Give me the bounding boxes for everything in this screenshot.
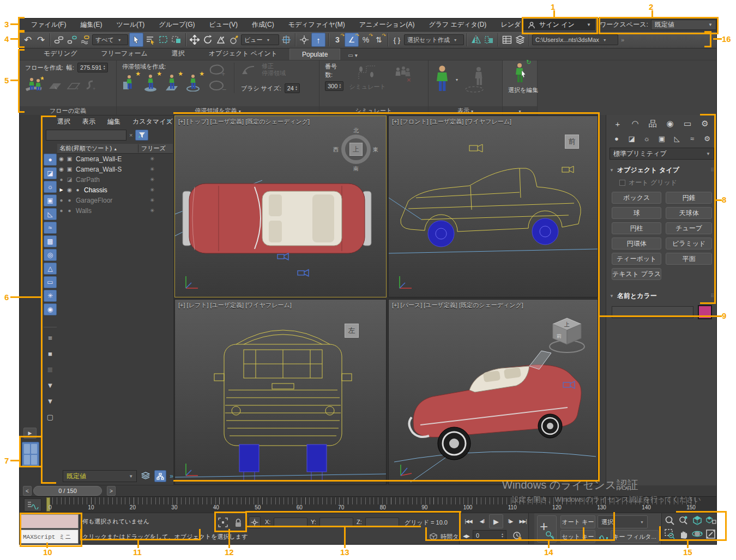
menu-item[interactable]: モディファイヤ(M) xyxy=(281,20,352,29)
menu-item[interactable]: 編集(E) xyxy=(73,20,109,29)
tab-freeform[interactable]: フリーフォーム xyxy=(89,47,159,60)
menu-item[interactable]: グラフ エディタ(D) xyxy=(421,20,493,29)
tab-selection[interactable]: 選択 xyxy=(160,47,197,60)
redo-button[interactable]: ↷ xyxy=(35,33,47,46)
delete-simulation-icon[interactable]: × xyxy=(391,63,413,91)
display-toggle-button[interactable]: ◪ xyxy=(44,167,57,179)
object-type-button[interactable]: 平面 xyxy=(666,253,712,265)
key-filters-button[interactable]: キー フィルタ... xyxy=(611,530,659,543)
align-button[interactable] xyxy=(483,33,495,46)
viewport-perspective[interactable]: [+] [パース] [ユーザ定義] [既定のシェーディング] xyxy=(388,299,598,485)
tab-populate[interactable]: Populate xyxy=(289,48,340,60)
next-frame-button[interactable]: > xyxy=(107,486,116,496)
display-toggle-button[interactable]: ● xyxy=(44,154,57,166)
project-folder-dropdown[interactable]: C:\Users\x...nts\3dsMax▼ xyxy=(532,34,618,45)
menu-item[interactable]: ツール(T) xyxy=(109,20,152,29)
display-toggle-button[interactable]: ◺ xyxy=(44,208,57,220)
display-toggle-button[interactable]: ◎ xyxy=(44,249,57,261)
mini-curve-editor-toggle[interactable] xyxy=(24,498,41,512)
display-flyout-icon[interactable]: ▾ xyxy=(456,77,458,82)
time-slider[interactable]: 0 / 150 xyxy=(33,486,102,496)
viewport-label[interactable]: [+] [パース] [ユーザ定義] [既定のシェーディング] xyxy=(392,301,523,309)
layer-view-icon[interactable] xyxy=(141,472,150,481)
view-compass[interactable]: 上 北 南 西 東 xyxy=(335,128,377,171)
explorer-tool-button[interactable]: ▢ xyxy=(44,411,57,423)
display-toggle-button[interactable]: △ xyxy=(44,263,57,275)
eye-icon[interactable]: ◉ xyxy=(57,156,65,162)
command-panel-tab[interactable]: ▭ xyxy=(679,117,696,130)
flow-stairs-icon[interactable]: + xyxy=(85,80,97,94)
explorer-search-input[interactable] xyxy=(46,130,126,141)
select-and-place-button[interactable] xyxy=(228,33,240,46)
viewcube-front-label[interactable]: 前 xyxy=(557,333,562,339)
select-object-button[interactable] xyxy=(129,33,143,47)
object-type-button[interactable]: ティーポット xyxy=(612,253,661,265)
freeze-icon[interactable]: ✳ xyxy=(138,197,173,203)
command-panel-tab[interactable]: ⚙ xyxy=(697,117,713,130)
create-seated-idle-button[interactable]: ★ xyxy=(122,74,136,93)
display-toggle-button[interactable]: ▭ xyxy=(44,276,57,288)
bind-to-space-warp-icon[interactable] xyxy=(79,33,91,46)
snaps-toggle-3d[interactable]: 3↷ xyxy=(331,33,343,46)
viewport-label[interactable]: [+] [トップ] [ユーザ定義] [既定のシェーディング] xyxy=(178,118,310,126)
explorer-menu-item[interactable]: 選択 xyxy=(52,117,76,126)
create-category-button[interactable]: ☼ xyxy=(640,132,654,144)
viewcube-top-label[interactable]: 上 xyxy=(564,321,570,327)
explorer-overflow-icon[interactable]: » xyxy=(167,117,171,124)
object-type-button[interactable]: 円錐 xyxy=(666,192,712,204)
autogrid-checkbox[interactable] xyxy=(619,180,625,186)
explorer-tool-button[interactable]: ▼ xyxy=(44,395,57,407)
object-type-button[interactable]: チューブ xyxy=(666,222,712,234)
object-type-button[interactable]: ボックス xyxy=(612,192,661,204)
set-key-button[interactable]: セット キー xyxy=(560,530,595,543)
select-and-rotate-button[interactable] xyxy=(202,33,214,46)
select-and-link-icon[interactable] xyxy=(53,33,65,46)
display-character-button[interactable] xyxy=(434,65,450,95)
select-by-name-button[interactable] xyxy=(144,33,156,46)
rollout-header[interactable]: ▼ 名前とカラー ⠿ xyxy=(610,291,714,301)
window-crossing-toggle[interactable] xyxy=(171,33,183,46)
display-toggle-button[interactable]: ✳ xyxy=(44,290,57,302)
keyboard-shortcut-override-toggle[interactable]: ↑ xyxy=(311,33,325,47)
left-view-gizmo[interactable]: 左 xyxy=(345,324,359,338)
angle-snap-toggle[interactable]: ∠↷ xyxy=(345,33,359,47)
go-to-start-button[interactable]: |◀◀ xyxy=(462,515,475,527)
command-panel-tab[interactable]: 品 xyxy=(644,117,661,130)
viewport-label[interactable]: [+] [フロント] [ユーザ定義] [ワイヤフレーム] xyxy=(392,118,511,126)
zoom-all-button[interactable] xyxy=(678,515,689,527)
eye-icon[interactable]: ◉ xyxy=(65,187,74,193)
hierarchy-view-button[interactable] xyxy=(154,470,166,482)
menu-item[interactable]: グループ(G) xyxy=(152,20,202,29)
ribbon-minimize-button[interactable]: ▭▾ xyxy=(348,52,357,58)
freeze-column-header[interactable]: フリーズ xyxy=(138,144,173,153)
explorer-tool-button[interactable]: ■ xyxy=(44,348,57,360)
explorer-menu-item[interactable]: 編集 xyxy=(102,117,126,126)
layer-explorer-toggle[interactable] xyxy=(514,33,526,46)
create-flow-button[interactable]: ★ xyxy=(25,76,44,94)
freeze-icon[interactable]: ✳ xyxy=(138,187,173,193)
table-row[interactable]: ▶ ◉ ● Chassis ✳ xyxy=(57,185,173,195)
flow-surface-icon[interactable] xyxy=(48,81,62,94)
named-selection-sets-dropdown[interactable]: 選択セット作成▼ xyxy=(404,34,464,45)
spinner-snap-toggle[interactable]: ⇅↷ xyxy=(373,33,385,46)
compass-up-face[interactable]: 上 xyxy=(349,143,363,156)
create-category-button[interactable]: ⚙ xyxy=(700,132,714,144)
name-column-header[interactable]: 名前(昇順でソート) ▲ xyxy=(57,144,138,153)
display-toggle-button[interactable]: ▣ xyxy=(44,194,57,206)
tab-modeling[interactable]: モデリング xyxy=(32,47,89,60)
explorer-tool-button[interactable]: ≡ xyxy=(44,332,57,344)
object-type-button[interactable]: 天球体 xyxy=(666,207,712,219)
zoom-extents-all-button[interactable] xyxy=(705,515,716,527)
viewport-layout-tab[interactable] xyxy=(22,442,39,467)
previous-frame-button[interactable]: ◀‖ xyxy=(476,515,488,527)
display-toggle-button[interactable]: ▩ xyxy=(44,235,57,247)
menu-item[interactable]: ファイル(F) xyxy=(24,20,73,29)
viewport-left[interactable]: [+] [レフト] [ユーザ定義] [ワイヤフレーム] xyxy=(174,299,387,485)
menu-item[interactable]: 作成(C) xyxy=(245,20,281,29)
clear-search-icon[interactable]: × xyxy=(129,132,132,138)
next-frame-button[interactable]: ‖▶ xyxy=(504,515,516,527)
command-panel-tab[interactable]: + xyxy=(610,117,626,130)
zoom-extents-button[interactable] xyxy=(692,515,703,527)
create-idle-circle-button[interactable]: ★ xyxy=(186,74,200,93)
set-keys-button[interactable]: + xyxy=(537,515,557,543)
